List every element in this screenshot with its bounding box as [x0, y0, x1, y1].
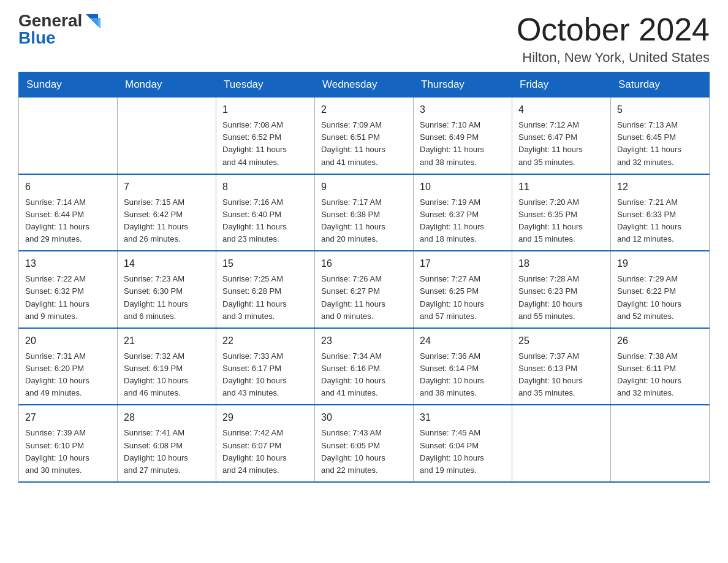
- svg-marker-1: [89, 18, 100, 29]
- calendar-cell: 22Sunrise: 7:33 AM Sunset: 6:17 PM Dayli…: [216, 328, 315, 405]
- calendar-cell: 3Sunrise: 7:10 AM Sunset: 6:49 PM Daylig…: [414, 98, 512, 174]
- weekday-header-thursday: Thursday: [414, 72, 512, 98]
- calendar-table: SundayMondayTuesdayWednesdayThursdayFrid…: [18, 72, 710, 483]
- calendar-cell: 30Sunrise: 7:43 AM Sunset: 6:05 PM Dayli…: [315, 405, 414, 482]
- calendar-cell: [611, 405, 710, 482]
- day-info: Sunrise: 7:23 AM Sunset: 6:30 PM Dayligh…: [124, 273, 210, 323]
- day-number: 3: [420, 102, 506, 117]
- day-number: 21: [124, 334, 210, 348]
- calendar-cell: 15Sunrise: 7:25 AM Sunset: 6:28 PM Dayli…: [216, 251, 315, 328]
- weekday-header-row: SundayMondayTuesdayWednesdayThursdayFrid…: [19, 72, 710, 98]
- day-info: Sunrise: 7:14 AM Sunset: 6:44 PM Dayligh…: [25, 196, 111, 246]
- calendar-cell: 29Sunrise: 7:42 AM Sunset: 6:07 PM Dayli…: [216, 405, 315, 482]
- day-number: 25: [518, 334, 604, 348]
- calendar-cell: 14Sunrise: 7:23 AM Sunset: 6:30 PM Dayli…: [118, 251, 216, 328]
- weekday-header-monday: Monday: [118, 72, 216, 98]
- week-row-1: 1Sunrise: 7:08 AM Sunset: 6:52 PM Daylig…: [19, 98, 710, 174]
- calendar-cell: [512, 405, 611, 482]
- day-number: 7: [124, 180, 210, 194]
- day-number: 23: [321, 334, 407, 348]
- day-number: 8: [222, 180, 308, 194]
- calendar-cell: 9Sunrise: 7:17 AM Sunset: 6:38 PM Daylig…: [315, 174, 414, 251]
- day-info: Sunrise: 7:19 AM Sunset: 6:37 PM Dayligh…: [420, 196, 506, 246]
- weekday-header-wednesday: Wednesday: [315, 72, 414, 98]
- logo-general: General: [18, 12, 82, 29]
- calendar-cell: 16Sunrise: 7:26 AM Sunset: 6:27 PM Dayli…: [315, 251, 414, 328]
- day-info: Sunrise: 7:39 AM Sunset: 6:10 PM Dayligh…: [25, 427, 111, 477]
- calendar-cell: 11Sunrise: 7:20 AM Sunset: 6:35 PM Dayli…: [512, 174, 611, 251]
- day-number: 26: [617, 334, 703, 348]
- day-info: Sunrise: 7:43 AM Sunset: 6:05 PM Dayligh…: [321, 427, 407, 477]
- day-info: Sunrise: 7:42 AM Sunset: 6:07 PM Dayligh…: [222, 427, 308, 477]
- calendar-cell: 10Sunrise: 7:19 AM Sunset: 6:37 PM Dayli…: [414, 174, 512, 251]
- calendar-cell: 20Sunrise: 7:31 AM Sunset: 6:20 PM Dayli…: [19, 328, 118, 405]
- calendar-cell: 19Sunrise: 7:29 AM Sunset: 6:22 PM Dayli…: [611, 251, 710, 328]
- day-info: Sunrise: 7:33 AM Sunset: 6:17 PM Dayligh…: [222, 350, 308, 400]
- day-number: 24: [420, 334, 506, 348]
- calendar-cell: 24Sunrise: 7:36 AM Sunset: 6:14 PM Dayli…: [414, 328, 512, 405]
- day-number: 13: [25, 256, 111, 271]
- calendar-cell: 13Sunrise: 7:22 AM Sunset: 6:32 PM Dayli…: [19, 251, 118, 328]
- day-info: Sunrise: 7:37 AM Sunset: 6:13 PM Dayligh…: [518, 350, 604, 400]
- day-info: Sunrise: 7:32 AM Sunset: 6:19 PM Dayligh…: [124, 350, 210, 400]
- day-number: 14: [124, 256, 210, 271]
- day-number: 6: [25, 180, 111, 194]
- calendar-cell: 7Sunrise: 7:15 AM Sunset: 6:42 PM Daylig…: [118, 174, 216, 251]
- calendar-cell: 25Sunrise: 7:37 AM Sunset: 6:13 PM Dayli…: [512, 328, 611, 405]
- calendar-cell: 5Sunrise: 7:13 AM Sunset: 6:45 PM Daylig…: [611, 98, 710, 174]
- logo: General Blue: [18, 12, 100, 47]
- day-number: 22: [222, 334, 308, 348]
- day-number: 30: [321, 410, 407, 425]
- calendar-cell: [19, 98, 118, 174]
- calendar-cell: 4Sunrise: 7:12 AM Sunset: 6:47 PM Daylig…: [512, 98, 611, 174]
- day-number: 20: [25, 334, 111, 348]
- day-info: Sunrise: 7:26 AM Sunset: 6:27 PM Dayligh…: [321, 273, 407, 323]
- calendar-cell: 6Sunrise: 7:14 AM Sunset: 6:44 PM Daylig…: [19, 174, 118, 251]
- day-info: Sunrise: 7:10 AM Sunset: 6:49 PM Dayligh…: [420, 119, 506, 169]
- day-info: Sunrise: 7:17 AM Sunset: 6:38 PM Dayligh…: [321, 196, 407, 246]
- weekday-header-sunday: Sunday: [19, 72, 118, 98]
- day-info: Sunrise: 7:21 AM Sunset: 6:33 PM Dayligh…: [617, 196, 703, 246]
- day-number: 9: [321, 180, 407, 194]
- day-info: Sunrise: 7:16 AM Sunset: 6:40 PM Dayligh…: [222, 196, 308, 246]
- day-info: Sunrise: 7:12 AM Sunset: 6:47 PM Dayligh…: [518, 119, 604, 169]
- weekday-header-friday: Friday: [512, 72, 611, 98]
- day-info: Sunrise: 7:31 AM Sunset: 6:20 PM Dayligh…: [25, 350, 111, 400]
- day-info: Sunrise: 7:45 AM Sunset: 6:04 PM Dayligh…: [420, 427, 506, 477]
- week-row-3: 13Sunrise: 7:22 AM Sunset: 6:32 PM Dayli…: [19, 251, 710, 328]
- day-info: Sunrise: 7:15 AM Sunset: 6:42 PM Dayligh…: [124, 196, 210, 246]
- calendar-cell: 28Sunrise: 7:41 AM Sunset: 6:08 PM Dayli…: [118, 405, 216, 482]
- calendar-cell: 17Sunrise: 7:27 AM Sunset: 6:25 PM Dayli…: [414, 251, 512, 328]
- title-area: October 2024 Hilton, New York, United St…: [517, 12, 710, 66]
- calendar-cell: 8Sunrise: 7:16 AM Sunset: 6:40 PM Daylig…: [216, 174, 315, 251]
- day-info: Sunrise: 7:34 AM Sunset: 6:16 PM Dayligh…: [321, 350, 407, 400]
- day-number: 12: [617, 180, 703, 194]
- day-info: Sunrise: 7:09 AM Sunset: 6:51 PM Dayligh…: [321, 119, 407, 169]
- calendar-cell: 26Sunrise: 7:38 AM Sunset: 6:11 PM Dayli…: [611, 328, 710, 405]
- calendar-cell: 12Sunrise: 7:21 AM Sunset: 6:33 PM Dayli…: [611, 174, 710, 251]
- calendar-cell: [118, 98, 216, 174]
- week-row-5: 27Sunrise: 7:39 AM Sunset: 6:10 PM Dayli…: [19, 405, 710, 482]
- day-info: Sunrise: 7:22 AM Sunset: 6:32 PM Dayligh…: [25, 273, 111, 323]
- calendar-cell: 2Sunrise: 7:09 AM Sunset: 6:51 PM Daylig…: [315, 98, 414, 174]
- location-title: Hilton, New York, United States: [517, 50, 710, 66]
- day-number: 4: [518, 102, 604, 117]
- calendar-cell: 31Sunrise: 7:45 AM Sunset: 6:04 PM Dayli…: [414, 405, 512, 482]
- week-row-4: 20Sunrise: 7:31 AM Sunset: 6:20 PM Dayli…: [19, 328, 710, 405]
- day-number: 10: [420, 180, 506, 194]
- day-number: 19: [617, 256, 703, 271]
- day-info: Sunrise: 7:08 AM Sunset: 6:52 PM Dayligh…: [222, 119, 308, 169]
- calendar-cell: 27Sunrise: 7:39 AM Sunset: 6:10 PM Dayli…: [19, 405, 118, 482]
- day-number: 2: [321, 102, 407, 117]
- day-info: Sunrise: 7:38 AM Sunset: 6:11 PM Dayligh…: [617, 350, 703, 400]
- calendar-cell: 23Sunrise: 7:34 AM Sunset: 6:16 PM Dayli…: [315, 328, 414, 405]
- day-info: Sunrise: 7:25 AM Sunset: 6:28 PM Dayligh…: [222, 273, 308, 323]
- day-info: Sunrise: 7:28 AM Sunset: 6:23 PM Dayligh…: [518, 273, 604, 323]
- day-number: 16: [321, 256, 407, 271]
- day-number: 29: [222, 410, 308, 425]
- day-info: Sunrise: 7:20 AM Sunset: 6:35 PM Dayligh…: [518, 196, 604, 246]
- calendar-cell: 21Sunrise: 7:32 AM Sunset: 6:19 PM Dayli…: [118, 328, 216, 405]
- day-info: Sunrise: 7:41 AM Sunset: 6:08 PM Dayligh…: [124, 427, 210, 477]
- logo-blue: Blue: [18, 29, 56, 47]
- calendar-cell: 18Sunrise: 7:28 AM Sunset: 6:23 PM Dayli…: [512, 251, 611, 328]
